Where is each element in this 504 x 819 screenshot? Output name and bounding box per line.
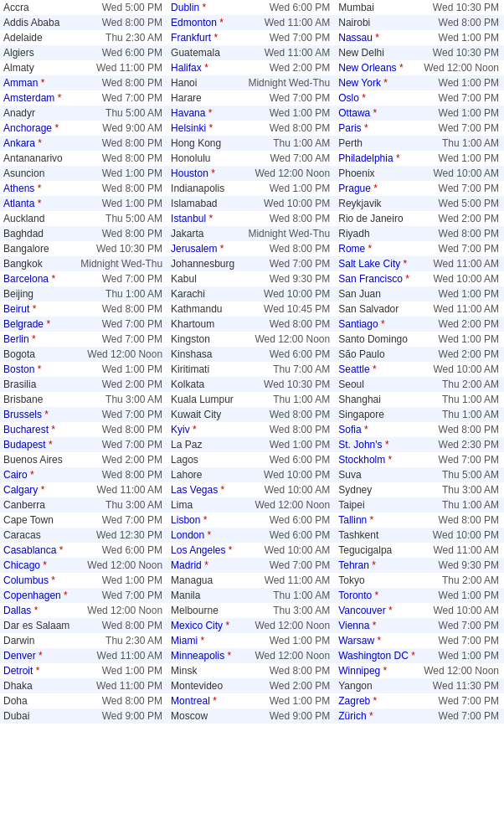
city-link[interactable]: Sofia * [338, 424, 368, 435]
city-link[interactable]: Brussels * [3, 409, 49, 420]
city-link[interactable]: Miami * [171, 635, 204, 646]
city-name: Reykjavik [338, 198, 381, 209]
city-link[interactable]: Philadelphia * [338, 152, 399, 164]
city-link[interactable]: Edmonton * [171, 17, 224, 28]
city-link[interactable]: Madrid * [171, 559, 208, 571]
city-link[interactable]: Zagreb * [338, 695, 377, 707]
table-row: Budapest *Wed 7:00 PMLa PazWed 1:00 PMSt… [0, 437, 504, 452]
time-cell-2: Wed 8:00 PM [420, 15, 504, 30]
city-link[interactable]: Beirut * [3, 303, 36, 315]
city-link[interactable]: Nassau * [338, 32, 379, 44]
city-link[interactable]: Amsterdam * [3, 92, 61, 104]
city-link[interactable]: Los Angeles * [171, 544, 232, 556]
city-link[interactable]: Vancouver * [338, 605, 393, 616]
city-link[interactable]: Columbus * [3, 574, 55, 586]
city-link[interactable]: Stockholm * [338, 454, 392, 466]
city-name: Shanghai [338, 394, 381, 405]
city-link[interactable]: New York * [338, 77, 388, 89]
city-name: Algiers [3, 47, 34, 59]
city-link[interactable]: Atlanta * [3, 198, 41, 209]
city-link[interactable]: Berlin * [3, 333, 36, 345]
city-cell-0: Almaty [0, 60, 77, 75]
city-name: Brisbane [3, 394, 43, 405]
city-link[interactable]: Santiago * [338, 318, 384, 330]
city-cell-1: Kinshasa [167, 347, 244, 362]
asterisk-indicator: * [373, 32, 379, 44]
city-link[interactable]: Zürich * [338, 710, 373, 722]
city-name: Johannesburg [171, 258, 234, 270]
city-link[interactable]: Helsinki * [171, 122, 213, 134]
time-cell-0: Wed 6:00 PM [77, 45, 167, 60]
time-cell-0: Wed 8:00 PM [77, 618, 167, 633]
city-link[interactable]: Barcelona * [3, 273, 55, 285]
city-link[interactable]: Jerusalem * [171, 243, 224, 255]
city-link[interactable]: Lisbon * [171, 514, 207, 526]
city-cell-0: Berlin * [0, 332, 77, 347]
city-link[interactable]: Anchorage * [3, 122, 59, 134]
city-link[interactable]: Rome * [338, 243, 372, 255]
city-link[interactable]: Vienna * [338, 620, 376, 631]
city-cell-0: Brasilia [0, 377, 77, 392]
city-cell-0: Dubai [0, 708, 77, 724]
city-link[interactable]: Boston * [3, 363, 41, 375]
time-cell-0: Wed 8:00 PM [77, 467, 167, 482]
city-link[interactable]: Kyiv * [171, 424, 197, 435]
city-link[interactable]: Istanbul * [171, 213, 213, 224]
city-link[interactable]: Bucharest * [3, 424, 55, 435]
city-link[interactable]: Seattle * [338, 363, 376, 375]
city-cell-1: Hanoi [167, 75, 244, 90]
city-link[interactable]: Dallas * [3, 605, 38, 616]
city-name: Almaty [3, 62, 34, 74]
city-link[interactable]: Salt Lake City * [338, 258, 407, 270]
city-link[interactable]: Casablanca * [3, 544, 63, 556]
city-cell-2: Yangon [335, 678, 420, 693]
city-link[interactable]: Copenhagen * [3, 590, 68, 601]
city-cell-0: Budapest * [0, 437, 77, 452]
city-link[interactable]: Halifax * [171, 62, 208, 74]
city-link[interactable]: Oslo * [338, 92, 366, 104]
city-link[interactable]: Las Vegas * [171, 484, 224, 496]
time-cell-1: Wed 11:00 AM [244, 15, 335, 30]
city-name: Kinshasa [171, 348, 212, 360]
city-link[interactable]: Belgrade * [3, 318, 50, 330]
city-link[interactable]: Ankara * [3, 137, 42, 149]
city-link[interactable]: Minneapolis * [171, 650, 231, 662]
city-link[interactable]: Winnipeg * [338, 665, 387, 677]
city-link[interactable]: Chicago * [3, 559, 47, 571]
city-link[interactable]: Frankfurt * [171, 32, 218, 44]
city-link[interactable]: Detroit * [3, 665, 39, 677]
time-cell-2: Wed 10:00 AM [420, 166, 504, 181]
city-link[interactable]: Toronto * [338, 590, 378, 601]
table-row: BrasiliaWed 2:00 PMKolkataWed 10:30 PMSe… [0, 377, 504, 392]
city-link[interactable]: New Orleans * [338, 62, 403, 74]
city-link[interactable]: Mexico City * [171, 620, 229, 631]
city-link[interactable]: Tallinn * [338, 514, 373, 526]
city-name: Anadyr [3, 107, 35, 119]
city-link[interactable]: Montreal * [171, 695, 217, 707]
asterisk-indicator: * [223, 620, 229, 631]
city-link[interactable]: Warsaw * [338, 635, 381, 646]
city-link[interactable]: Amman * [3, 77, 44, 89]
city-link[interactable]: St. John's * [338, 439, 388, 451]
city-link[interactable]: San Francisco * [338, 273, 409, 285]
city-link[interactable]: Prague * [338, 183, 378, 194]
city-cell-2: Singapore [335, 407, 420, 422]
city-link[interactable]: Cairo * [3, 469, 34, 481]
city-link[interactable]: Dublin * [171, 2, 206, 13]
city-link[interactable]: Paris * [338, 122, 368, 134]
city-cell-2: Washington DC * [335, 648, 420, 663]
table-row: Bucharest *Wed 8:00 PMKyiv *Wed 8:00 PMS… [0, 422, 504, 437]
city-link[interactable]: London * [171, 529, 211, 541]
city-link[interactable]: Athens * [3, 183, 41, 194]
city-name: Kuwait City [171, 409, 221, 420]
city-link[interactable]: Havana * [171, 107, 212, 119]
city-link[interactable]: Tehran * [338, 559, 376, 571]
city-link[interactable]: Ottawa * [338, 107, 377, 119]
city-cell-2: San Juan [335, 286, 420, 301]
city-link[interactable]: Denver * [3, 650, 43, 662]
city-cell-2: New Orleans * [335, 60, 420, 75]
city-link[interactable]: Washington DC * [338, 650, 415, 662]
city-link[interactable]: Budapest * [3, 439, 53, 451]
city-link[interactable]: Calgary * [3, 484, 44, 496]
city-link[interactable]: Houston * [171, 167, 215, 179]
